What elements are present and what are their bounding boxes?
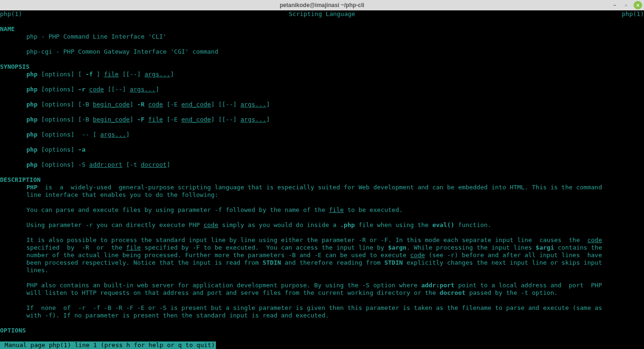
- man-header-left: php(1): [0, 10, 22, 18]
- desc-p6-l2: with -f). If no parameter is present the…: [0, 312, 644, 319]
- man-header: php(1) Scripting Language php(1): [0, 10, 644, 18]
- synopsis-line-2: php [options] -r code [[--] args...]: [0, 86, 644, 93]
- window-title: petanikode@imajinasi ~/php-cli: [280, 1, 364, 9]
- section-synopsis-header: SYNOPSIS: [0, 63, 644, 71]
- desc-p3: Using parameter -r you can directly exec…: [0, 221, 644, 229]
- synopsis-line-7: php [options] -S addr:port [-t docroot]: [0, 161, 644, 169]
- maximize-button[interactable]: ▫: [622, 1, 630, 9]
- pager-status-line[interactable]: Manual page php(1) line 1 (press h for h…: [0, 341, 216, 349]
- desc-p4-l2: specified by -R or the file specified by…: [0, 244, 644, 252]
- desc-p4-l5: lines.: [0, 267, 644, 274]
- synopsis-line-5: php [options] -- [ args...]: [0, 131, 644, 138]
- man-header-center: Scripting Language: [22, 10, 622, 18]
- section-name-header: NAME: [0, 25, 644, 33]
- section-options-header: OPTIONS: [0, 327, 644, 334]
- desc-p5-l2: will listen to HTTP requests on that add…: [0, 289, 644, 297]
- synopsis-line-1: php [options] [ -f ] file [[--] args...]: [0, 71, 644, 78]
- desc-p1-l1: PHP is a widely-used general-purpose scr…: [0, 184, 644, 191]
- window-controls: − ▫ ×: [611, 1, 642, 9]
- name-line-2: php-cgi - PHP Common Gateway Interface '…: [0, 48, 644, 56]
- desc-p2: You can parse and execute files by using…: [0, 206, 644, 214]
- name-line-1: php - PHP Command Line Interface 'CLI': [0, 33, 644, 41]
- synopsis-line-6: php [options] -a: [0, 146, 644, 154]
- man-header-right: php(1): [622, 10, 644, 18]
- desc-p4-l3: number of the actual line being processe…: [0, 252, 644, 259]
- desc-p6-l1: If none of -r -f -B -R -F -E or -S is pr…: [0, 304, 644, 312]
- synopsis-line-3: php [options] [-B begin_code] -R code [-…: [0, 101, 644, 108]
- desc-p4-l1: It is also possible to process the stand…: [0, 236, 644, 244]
- terminal-viewport[interactable]: php(1) Scripting Language php(1) NAME ph…: [0, 10, 644, 349]
- desc-p5-l1: PHP also contains an built-in web server…: [0, 282, 644, 289]
- close-button[interactable]: ×: [634, 1, 642, 9]
- synopsis-line-4: php [options] [-B begin_code] -F file [-…: [0, 116, 644, 123]
- desc-p4-l4: been processed respectively. Notice that…: [0, 259, 644, 267]
- window-titlebar: petanikode@imajinasi ~/php-cli − ▫ ×: [0, 0, 644, 10]
- section-description-header: DESCRIPTION: [0, 176, 644, 184]
- minimize-button[interactable]: −: [611, 1, 619, 9]
- desc-p1-l2: line interface that enables you to do th…: [0, 191, 644, 199]
